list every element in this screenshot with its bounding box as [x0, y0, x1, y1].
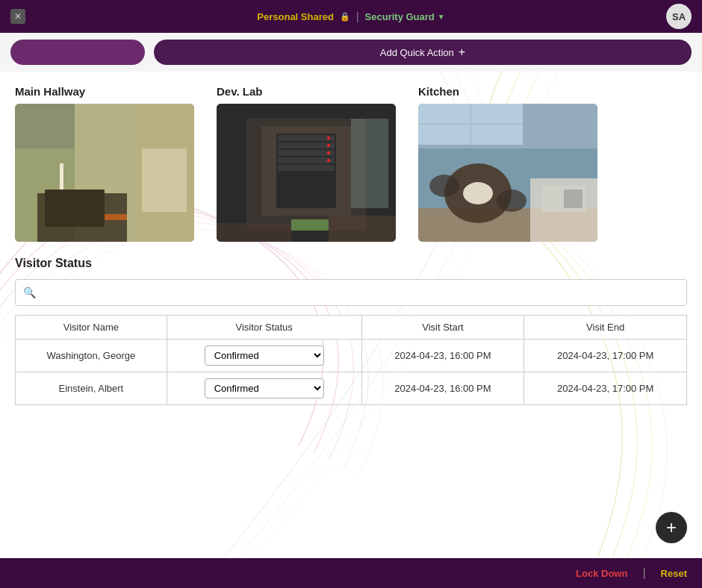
- camera-feed-dev-lab[interactable]: [217, 104, 396, 242]
- svg-point-36: [463, 182, 493, 204]
- fab-plus-icon: +: [666, 517, 677, 538]
- fab-button[interactable]: +: [656, 512, 687, 543]
- camera-feed-main-hallway[interactable]: [15, 104, 194, 242]
- table-header-row: Visitor Name Visitor Status Visit Start …: [16, 316, 687, 340]
- visit-start-cell: 2024-04-23, 16:00 PM: [361, 340, 524, 372]
- svg-rect-15: [278, 150, 335, 156]
- visit-end-cell: 2024-04-23, 17:00 PM: [524, 340, 687, 372]
- svg-rect-16: [278, 157, 335, 163]
- visitor-status-cell: ConfirmedPendingCancelledChecked In: [167, 372, 361, 405]
- svg-rect-25: [351, 119, 388, 208]
- col-visitor-name: Visitor Name: [16, 316, 167, 340]
- chevron-down-icon: ▼: [438, 13, 445, 21]
- svg-rect-23: [329, 216, 396, 242]
- add-quick-action-label: Add Quick Action: [380, 47, 454, 58]
- svg-point-19: [327, 144, 330, 147]
- plus-icon: +: [459, 46, 465, 59]
- close-icon: ✕: [14, 11, 22, 22]
- svg-rect-13: [278, 135, 335, 141]
- col-visitor-status: Visitor Status: [167, 316, 361, 340]
- visitor-table: Visitor Name Visitor Status Visit Start …: [15, 315, 687, 405]
- svg-rect-22: [217, 223, 291, 242]
- svg-point-20: [327, 151, 330, 154]
- table-row: Einstein, AlbertConfirmedPendingCancelle…: [16, 372, 687, 405]
- svg-rect-24: [291, 219, 329, 231]
- table-row: Washington, GeorgeConfirmedPendingCancel…: [16, 340, 687, 372]
- col-visit-end: Visit End: [524, 316, 687, 340]
- visitor-name-cell: Washington, George: [16, 340, 167, 372]
- camera-label-kitchen: Kitchen: [418, 85, 597, 98]
- svg-rect-8: [60, 163, 63, 193]
- search-bar[interactable]: 🔍: [15, 279, 687, 306]
- visit-end-cell: 2024-04-23, 17:00 PM: [524, 372, 687, 405]
- header-center: Personal Shared 🔒 | Security Guard ▼: [257, 10, 444, 22]
- lock-down-button[interactable]: Lock Down: [576, 568, 627, 579]
- personal-shared-label: Personal Shared: [257, 11, 334, 22]
- svg-point-35: [497, 190, 526, 212]
- search-icon: 🔍: [23, 287, 36, 298]
- reset-button[interactable]: Reset: [661, 568, 687, 579]
- col-visit-start: Visit Start: [361, 316, 524, 340]
- visitor-name-cell: Einstein, Albert: [16, 372, 167, 405]
- svg-rect-38: [564, 190, 583, 208]
- avatar[interactable]: SA: [666, 4, 692, 29]
- security-guard-label-text: Security Guard: [365, 11, 435, 22]
- footer: Lock Down | Reset: [0, 558, 702, 588]
- fab-container: +: [656, 512, 687, 543]
- visitor-status-cell: ConfirmedPendingCancelledChecked In: [167, 340, 361, 372]
- svg-point-18: [327, 137, 330, 140]
- header-divider: |: [356, 10, 359, 22]
- svg-rect-7: [142, 148, 187, 212]
- svg-point-34: [429, 175, 459, 197]
- camera-section: Main Hallway Dev. Lab: [0, 72, 702, 242]
- svg-rect-5: [60, 208, 90, 214]
- status-select[interactable]: ConfirmedPendingCancelledChecked In: [205, 378, 324, 398]
- lock-icon: 🔒: [340, 12, 350, 22]
- close-button[interactable]: ✕: [10, 9, 25, 24]
- camera-item-dev-lab: Dev. Lab: [217, 85, 396, 242]
- camera-item-main-hallway: Main Hallway: [15, 85, 194, 242]
- search-input[interactable]: [40, 287, 679, 298]
- add-quick-action-button[interactable]: Add Quick Action +: [154, 40, 692, 65]
- security-guard-dropdown[interactable]: Security Guard ▼: [365, 11, 445, 22]
- visit-start-cell: 2024-04-23, 16:00 PM: [361, 372, 524, 405]
- svg-point-21: [327, 159, 330, 162]
- visitor-status-title: Visitor Status: [15, 257, 687, 270]
- svg-rect-6: [105, 214, 127, 220]
- toolbar: Add Quick Action +: [0, 33, 702, 72]
- footer-divider: |: [642, 566, 645, 580]
- camera-label-dev-lab: Dev. Lab: [217, 85, 396, 98]
- main-content: Main Hallway Dev. Lab: [0, 72, 702, 558]
- camera-item-kitchen: Kitchen: [418, 85, 597, 242]
- visitor-section: Visitor Status 🔍 Visitor Name Visitor St…: [0, 242, 702, 405]
- status-select[interactable]: ConfirmedPendingCancelledChecked In: [205, 345, 324, 366]
- toolbar-left-placeholder: [10, 40, 145, 65]
- svg-rect-17: [278, 165, 335, 171]
- camera-feed-kitchen[interactable]: [418, 104, 597, 242]
- svg-rect-14: [278, 143, 335, 148]
- camera-label-main-hallway: Main Hallway: [15, 85, 194, 98]
- header: ✕ Personal Shared 🔒 | Security Guard ▼ S…: [0, 0, 702, 33]
- header-left: ✕: [10, 9, 25, 24]
